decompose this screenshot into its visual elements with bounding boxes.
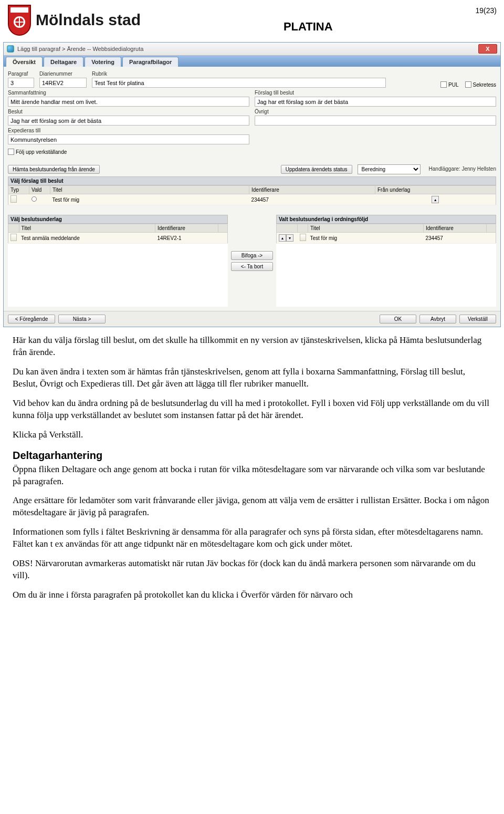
hamta-beslutsunderlag-button[interactable]: Hämta beslutsunderlag från ärende [8, 165, 100, 174]
forslag-label: Förslag till beslut [255, 90, 496, 96]
close-button[interactable]: X [478, 44, 497, 54]
paragraph: Vid behov kan du ändra ordning på de bes… [13, 398, 491, 422]
valj-forslag-header: Välj förslag till beslut [8, 176, 496, 185]
chevron-up-icon[interactable]: ▲ [432, 196, 439, 203]
heading-deltagarhantering: Deltagarhantering [13, 448, 491, 463]
tabort-button[interactable]: <- Ta bort [231, 262, 273, 271]
beslut-label: Beslut [8, 109, 249, 114]
paragraph: Du kan även ändra i texten som är hämtas… [13, 366, 491, 390]
table-row[interactable]: ▲▼ Test för mig 234457 [277, 233, 496, 244]
valj-underlag-header: Välj beslutsunderlag [8, 215, 228, 224]
expedieras-label: Expedieras till [8, 128, 249, 133]
paragraph: Ange ersättare för ledamöter som varit f… [13, 495, 491, 519]
sammanfattning-input[interactable] [8, 97, 249, 107]
rubrik-label: Rubrik [92, 71, 386, 77]
table-row[interactable]: Test anmäla meddelande 14REV2-1 [8, 233, 228, 244]
forslag-input[interactable] [255, 97, 496, 107]
page-title: PLATINA [141, 20, 476, 34]
crest-icon [7, 4, 32, 36]
paragraf-label: Paragraf [8, 71, 34, 77]
col-fran-underlag: Från underlag [375, 186, 496, 194]
uppdatera-status-button[interactable]: Uppdatera ärendets status [281, 165, 352, 174]
valt-underlag-table: Titel Identifierare ▲▼ Test för mig 2344… [276, 224, 496, 244]
brand-text: Mölndals stad [36, 11, 141, 29]
col-ident-3: Identifierare [424, 224, 487, 233]
col-vald: Vald [29, 186, 50, 194]
status-select[interactable]: Beredning [358, 164, 421, 174]
paragraph: Klicka på Verkställ. [13, 429, 491, 441]
valj-forslag-table: Typ Vald Titel Identifierare Från underl… [8, 185, 496, 205]
ovrigt-input[interactable] [255, 116, 496, 126]
dialog-window: Lägg till paragraf > Ärende -- Webbsided… [3, 42, 501, 327]
table-row[interactable]: Test för mig 234457 ▲ [8, 194, 496, 205]
verkstall-button[interactable]: Verkställ [459, 315, 496, 323]
document-icon [300, 234, 306, 241]
valj-underlag-listbox[interactable] [8, 244, 228, 307]
handlaggare-text: Handläggare: Jenny Hellsten [429, 166, 496, 172]
col-ident-2: Identifierare [155, 224, 218, 233]
beslut-input[interactable] [8, 116, 249, 126]
folj-upp-checkbox[interactable]: Följ upp verkställande [8, 149, 67, 155]
rubrik-input[interactable] [92, 78, 386, 88]
ok-button[interactable]: OK [380, 315, 416, 323]
diarienummer-label: Diarienummer [39, 71, 87, 77]
dialog-title: Lägg till paragraf > Ärende -- Webbsided… [17, 46, 478, 52]
dialog-titlebar: Lägg till paragraf > Ärende -- Webbsided… [4, 43, 500, 56]
paragraf-input[interactable] [8, 78, 34, 88]
valt-underlag-header: Valt beslutsunderlag i ordningsföljd [276, 215, 496, 224]
chevron-up-icon[interactable]: ▲ [279, 234, 286, 242]
bifoga-button[interactable]: Bifoga -> [231, 251, 273, 260]
col-identifierare: Identifierare [249, 186, 375, 194]
sammanfattning-label: Sammanfattning [8, 90, 249, 96]
expedieras-input[interactable] [8, 134, 249, 144]
prev-button[interactable]: < Föregående [8, 315, 55, 323]
paragraph: Öppna fliken Deltagare och ange genom at… [13, 464, 491, 488]
diarienummer-input[interactable] [39, 78, 87, 88]
page-header: Mölndals stad PLATINA 19(23) [0, 0, 504, 36]
paragraph: Här kan du välja förslag till beslut, om… [13, 335, 491, 359]
valj-underlag-table: Titel Identifierare Test anmäla meddelan… [8, 224, 228, 244]
tab-deltagare[interactable]: Deltagare [44, 57, 83, 67]
page-number: 19(23) [476, 6, 497, 15]
tab-paragrafbilagor[interactable]: Paragrafbilagor [122, 57, 178, 67]
tabbar: Översikt Deltagare Votering Paragrafbila… [4, 56, 500, 67]
ie-icon [7, 45, 14, 53]
paragraph: OBS! Närvarorutan avmarkeras automatiskt… [13, 558, 491, 582]
document-body: Här kan du välja förslag till beslut, om… [0, 327, 504, 616]
tab-oversikt[interactable]: Översikt [6, 57, 43, 67]
ovrigt-label: Övrigt [255, 109, 496, 114]
paragraph: Om du är inne i första paragrafen på pro… [13, 589, 491, 601]
valt-underlag-listbox[interactable] [276, 244, 496, 307]
tab-votering[interactable]: Votering [85, 57, 121, 67]
dialog-footer: < Föregående Nästa > OK Avbryt Verkställ [4, 311, 500, 327]
vald-radio[interactable] [32, 196, 37, 202]
col-typ: Typ [8, 186, 29, 194]
sekretess-checkbox[interactable]: Sekretess [465, 81, 496, 88]
document-icon [10, 195, 17, 203]
brand-logo: Mölndals stad [7, 4, 141, 36]
col-titel-2: Titel [19, 224, 155, 233]
next-button[interactable]: Nästa > [58, 315, 106, 323]
pul-checkbox[interactable]: PUL [440, 81, 458, 88]
document-icon [10, 234, 17, 241]
svg-rect-0 [10, 7, 28, 13]
col-titel: Titel [50, 186, 249, 194]
avbryt-button[interactable]: Avbryt [419, 315, 456, 323]
paragraph: Informationen som fylls i fältet Beskriv… [13, 526, 491, 550]
col-titel-3: Titel [308, 224, 424, 233]
chevron-down-icon[interactable]: ▼ [286, 234, 293, 242]
